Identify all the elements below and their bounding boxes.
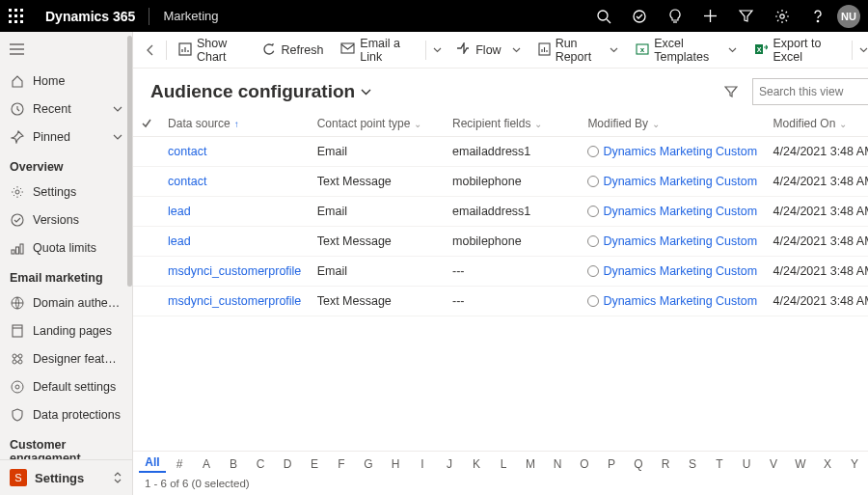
alpha-all[interactable]: All (139, 455, 166, 473)
domain-icon (10, 295, 25, 311)
avatar[interactable]: NU (837, 5, 860, 28)
cell-modified-by[interactable]: Dynamics Marketing Custom (580, 227, 765, 257)
run-report-button[interactable]: Run Report (530, 36, 627, 65)
col-recipient-fields[interactable]: Recipient fields⌄ (445, 111, 580, 137)
cell-data-source[interactable]: msdynci_customerprofile (160, 287, 310, 316)
cmd-label: Run Report (556, 37, 600, 64)
row-selector[interactable] (133, 257, 160, 287)
alpha-j[interactable]: J (436, 457, 463, 471)
export-excel-button[interactable]: XExport to Excel (746, 36, 843, 65)
alpha-n[interactable]: N (544, 457, 571, 471)
email-link-split[interactable] (419, 36, 447, 65)
sidebar-item-versions[interactable]: Versions (0, 206, 132, 234)
cell-data-source[interactable]: contact (160, 137, 310, 167)
gear-icon[interactable] (766, 0, 798, 32)
table-row[interactable]: contact Text Message mobilephone Dynamic… (133, 167, 868, 197)
refresh-button[interactable]: Refresh (255, 36, 332, 65)
alpha-s[interactable]: S (679, 457, 706, 471)
cell-modified-by[interactable]: Dynamics Marketing Custom (580, 167, 765, 197)
help-icon[interactable] (801, 0, 833, 32)
alpha-o[interactable]: O (571, 457, 598, 471)
flow-button[interactable]: Flow (448, 36, 528, 65)
col-contact-point-type[interactable]: Contact point type⌄ (310, 111, 445, 137)
alpha-v[interactable]: V (760, 457, 787, 471)
sidebar-item-landing[interactable]: Landing pages (0, 316, 132, 344)
sidebar-item-designer[interactable]: Designer feature ... (0, 344, 132, 372)
sidebar-item-recent[interactable]: Recent (0, 95, 132, 123)
alpha-e[interactable]: E (301, 457, 328, 471)
alpha-a[interactable]: A (193, 457, 220, 471)
alpha-p[interactable]: P (598, 457, 625, 471)
waffle-icon[interactable] (0, 0, 32, 32)
col-modified-by[interactable]: Modified By⌄ (580, 111, 765, 137)
alpha-y[interactable]: Y (841, 457, 868, 471)
sidebar-item-domain-auth[interactable]: Domain authentic... (0, 289, 132, 316)
search-box[interactable] (752, 78, 868, 105)
lightbulb-icon[interactable] (659, 0, 691, 32)
col-data-source[interactable]: Data source↑ (160, 111, 310, 137)
row-selector[interactable] (133, 197, 160, 227)
hamburger-icon[interactable] (0, 32, 132, 67)
target-icon[interactable] (623, 0, 655, 32)
alpha-g[interactable]: G (355, 457, 382, 471)
row-selector[interactable] (133, 227, 160, 257)
filter-button[interactable] (719, 80, 743, 103)
cell-modified-by[interactable]: Dynamics Marketing Custom (580, 257, 765, 287)
alpha-r[interactable]: R (652, 457, 679, 471)
table-row[interactable]: contact Email emailaddress1 Dynamics Mar… (133, 137, 868, 167)
export-excel-split[interactable] (845, 36, 868, 65)
cell-modified-by[interactable]: Dynamics Marketing Custom (580, 287, 765, 316)
table-row[interactable]: lead Text Message mobilephone Dynamics M… (133, 227, 868, 257)
cell-data-source[interactable]: lead (160, 197, 310, 227)
sidebar-area-switcher[interactable]: S Settings (0, 459, 132, 495)
sidebar-item-pinned[interactable]: Pinned (0, 123, 132, 151)
cell-modified-by[interactable]: Dynamics Marketing Custom (580, 137, 765, 167)
alpha-x[interactable]: X (814, 457, 841, 471)
view-title[interactable]: Audience configuration (150, 81, 371, 102)
show-chart-button[interactable]: Show Chart (171, 36, 253, 65)
cell-data-source[interactable]: msdynci_customerprofile (160, 257, 310, 287)
cmd-label: Show Chart (197, 37, 245, 64)
sidebar-item-home[interactable]: Home (0, 67, 132, 95)
table-row[interactable]: msdynci_customerprofile Email --- Dynami… (133, 257, 868, 287)
plus-icon[interactable] (694, 0, 726, 32)
row-selector[interactable] (133, 167, 160, 197)
search-icon[interactable] (587, 0, 619, 32)
sidebar-item-default-settings[interactable]: Default settings (0, 372, 132, 400)
alpha-b[interactable]: B (220, 457, 247, 471)
svg-point-22 (12, 214, 23, 226)
alpha-u[interactable]: U (733, 457, 760, 471)
alpha-#[interactable]: # (166, 457, 193, 471)
table-row[interactable]: msdynci_customerprofile Text Message ---… (133, 287, 868, 316)
cell-data-source[interactable]: lead (160, 227, 310, 257)
select-all-checkbox[interactable] (133, 111, 160, 137)
filter-icon[interactable] (730, 0, 762, 32)
brand-label[interactable]: Dynamics 365 (45, 9, 135, 24)
search-input[interactable] (759, 85, 868, 98)
email-link-button[interactable]: Email a Link (333, 36, 417, 65)
alpha-d[interactable]: D (274, 457, 301, 471)
cell-data-source[interactable]: contact (160, 167, 310, 197)
excel-templates-button[interactable]: xExcel Templates (628, 36, 745, 65)
alpha-h[interactable]: H (382, 457, 409, 471)
module-label[interactable]: Marketing (163, 9, 218, 23)
alpha-w[interactable]: W (787, 457, 814, 471)
back-button[interactable] (139, 43, 162, 57)
alpha-l[interactable]: L (490, 457, 517, 471)
alpha-m[interactable]: M (517, 457, 544, 471)
alpha-c[interactable]: C (247, 457, 274, 471)
alpha-f[interactable]: F (328, 457, 355, 471)
alpha-k[interactable]: K (463, 457, 490, 471)
alpha-q[interactable]: Q (625, 457, 652, 471)
alpha-i[interactable]: I (409, 457, 436, 471)
cell-modified-by[interactable]: Dynamics Marketing Custom (580, 197, 765, 227)
sidebar-item-settings[interactable]: Settings (0, 178, 132, 206)
svg-point-11 (634, 11, 645, 22)
row-selector[interactable] (133, 287, 160, 316)
col-modified-on[interactable]: Modified On⌄ (766, 111, 868, 137)
sidebar-item-quota[interactable]: Quota limits (0, 234, 132, 261)
sidebar-item-data-protections[interactable]: Data protections (0, 400, 132, 428)
table-row[interactable]: lead Email emailaddress1 Dynamics Market… (133, 197, 868, 227)
row-selector[interactable] (133, 137, 160, 167)
alpha-t[interactable]: T (706, 457, 733, 471)
